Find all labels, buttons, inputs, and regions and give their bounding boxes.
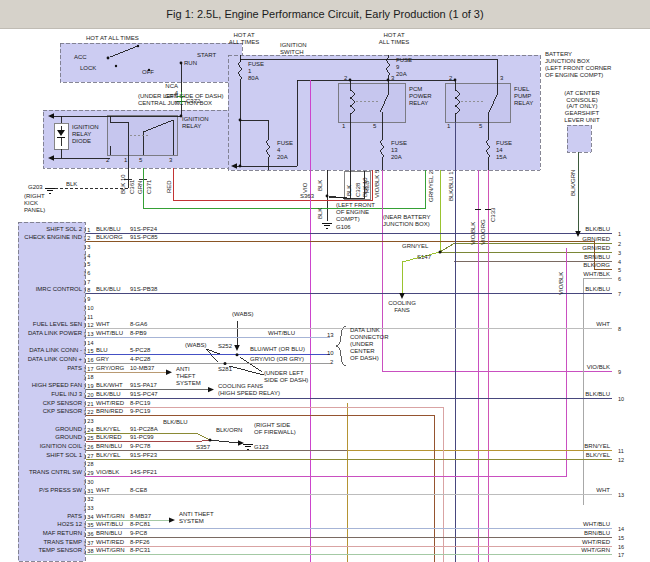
pcm-pin-number: ) 23 [84,418,93,424]
fuelr-pin2: 2 [449,75,452,82]
dlc-10: 10 [327,350,334,357]
pcm-pin-number: ) 33 [84,505,93,511]
right-wire-color: WHT [530,321,610,327]
anti-theft-2: ANTI THEFT SYSTEM [179,511,214,525]
right-wire-number: 9 [618,369,621,375]
pcm-pin-circuit-code: 8-PB9 [130,330,147,336]
pcm-pin-number: ) 11 [84,314,93,320]
right-wire-number: 3 [618,250,621,256]
pcm-relay-label: PCM POWER RELAY [409,86,432,107]
pcm-pin-label: SHIFT SOL 2 [22,226,82,232]
sw-run: RUN [184,60,197,67]
wabs-1: (WABS) [232,311,253,318]
gearshift-label: (A/T ONLY) GEARSHIFT LEVER UNIT [550,103,614,124]
pcm-pin-number: ) 19 [84,383,93,389]
pcm-pin-label: DATA LINK CONN - [22,347,82,353]
pcm-pin-label: DATA LINK CONN + [22,356,82,362]
pcm-pin-number: ) 20 [84,392,93,398]
right-wire-color: WHT/GRN [530,547,610,553]
pcm-pin-wire-color: GRY [96,356,109,362]
figure-title: Fig 1: 2.5L, Engine Performance Circuit,… [166,8,483,20]
right-wire-color: WHT/RED [530,539,610,545]
fuse13: FUSE 13 20A [391,140,407,161]
pcm-pin-wire-color: BLK/RED [96,434,122,440]
cjb-pin1: 1 [124,157,127,164]
red-u-wire [173,168,372,200]
pcm-pin-number: ) 29 [84,470,93,476]
cooling-fans-1: COOLING FANS [388,300,416,314]
s363: S363 [300,193,314,200]
s357: S357 [196,444,210,451]
right-wire-color: BLK/ORG [530,262,610,268]
right-wire-number: 2 [618,241,621,247]
right-wire-number: 15 [618,535,624,541]
pcm-pin-label: FUEL INJ 3 [22,391,82,397]
right-wire-color: BRN/BLU [530,530,610,536]
pcm-pin-label: TEMP SENSOR [22,547,82,553]
fuelr-pin1: 1 [447,123,450,130]
right-wire-number: 8 [618,326,621,332]
right-wire-color: BRN/BLU [530,254,610,260]
pcm-pin-circuit-code: 10-MB37 [130,365,154,371]
vio-drop: VIO [302,183,309,193]
pcm-pin-number: ) 16 [84,357,93,363]
pcm-pin-label: IGNITION COIL [22,443,82,449]
ignition-switch-label: IGNITION SWITCH [280,42,307,56]
pcm-pin-number: ) 21 [84,401,93,407]
pcm-pin-circuit-code: 91S-PC85 [130,234,158,240]
pcm-pin-wire-color: WHT/BLU [96,330,123,336]
pcm-pin-circuit-code: 5-PC28 [130,347,150,353]
right-wire-color: VIO/BLK [530,364,610,370]
g203-loc: (RIGHT KICK PANEL) [24,193,45,214]
dlc-label: DATA LINK CONNECTOR (UNDER CENTER OF DAS… [350,327,389,361]
pcm-pin-label: SHIFT SOL 1 [22,452,82,458]
pcm-pin-number: ) 2 [84,235,90,241]
right-wire-number: 1 [618,231,621,237]
right-wire-color: BRN/YEL [530,443,610,449]
pcm-pin-label: FUEL LEVEL SEN [22,321,82,327]
vioorg-c333: VIO/ORG [480,219,487,245]
right-wire-number: 12 [618,457,624,463]
pcm-pin-number: ) 24 [84,427,93,433]
pcm-pin-wire-color: WHT [96,487,110,493]
pcm-pin-number: ) 17 [84,366,93,372]
pcm-pin-number: ) 32 [84,496,93,502]
right-wire-color: BLK/BLU [530,391,610,397]
whtblu-dlc: WHT/BLU [268,330,295,337]
pcm-pin-number: ) 6 [84,270,90,276]
pcm-pin-number: ) 10 [84,305,93,311]
pcm-pin-wire-color: BLK/BLU [96,286,121,292]
right-wire-number: 4 [618,259,621,265]
grn-u-wire [143,168,425,208]
c361: C361 [129,180,136,194]
pcm-pin-number: ) 7 [84,279,90,285]
blkorn-s357: BLK/ORN [216,427,242,434]
c328: C328 [355,183,362,197]
right-wire-color: BLK/BLU [530,286,610,292]
sw-lock: LOCK [80,65,96,72]
pcm-pin-circuit-code: 8-CE8 [130,487,147,493]
right-wire-color: GRN/RED [530,236,610,242]
pcm-pin-circuit-code: 91-PC28A [130,426,158,432]
gryvio-dlc: GRY/VIO (OR GRY) [250,356,304,363]
right-wire-number: 11 [618,448,624,454]
blkgrn: BLK/GRN [570,170,577,196]
right-wire-number: 14 [618,526,624,532]
gearshift-lever-unit-box [567,125,591,152]
pcm-pin-label: HO2S 12 [22,521,82,527]
pcm-pin-wire-color: BRN/BLU [96,443,122,449]
pcm-pin-circuit-code: 91S-PC47 [130,391,158,397]
pcm-pin-number: ) 30 [84,479,93,485]
ignition-relay-label: IGNITION RELAY [182,116,209,130]
pcm-pin-wire-color: VIO/BLK [96,469,119,475]
pcm-pin-number: ) 36 [84,531,93,537]
pcm-pin-circuit-code: 91S-PF23 [130,452,157,458]
pcm-pin-wire-color: WHT/GRN [96,513,125,519]
blk-conn-a: BLK [346,185,353,196]
dlc-2: 2 [330,359,333,366]
right-wire-color: GRN/RED [530,245,610,251]
pcm-pin-circuit-code: 91S-PB38 [130,286,157,292]
blkblu-1: BLK/BLU 1 [448,171,455,201]
pcm-pin-number: ) 22 [84,409,93,415]
figure-title-bar: Fig 1: 2.5L, Engine Performance Circuit,… [0,0,650,29]
